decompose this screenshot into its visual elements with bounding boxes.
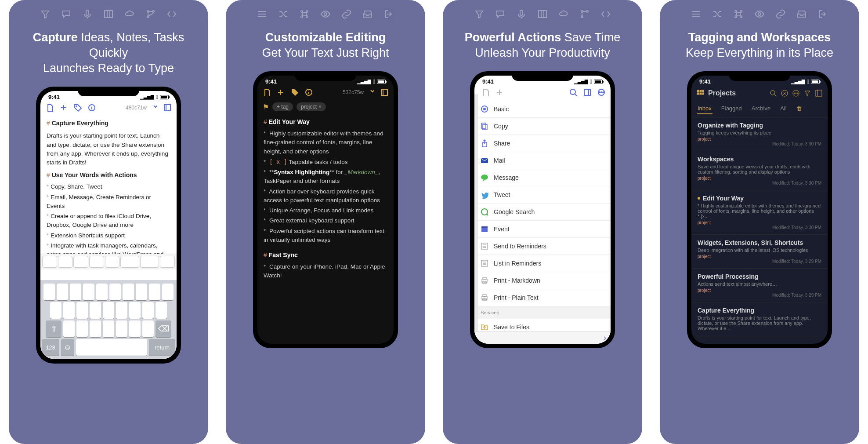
note-item[interactable]: Edit Your Way* Highly customizable edito… <box>691 190 828 235</box>
key-b[interactable]: B <box>116 320 127 337</box>
more-icon[interactable] <box>597 88 605 96</box>
svg-point-3 <box>152 11 154 12</box>
key-r[interactable]: R <box>83 284 94 300</box>
key-i[interactable]: I <box>136 284 147 300</box>
arrow-left-icon[interactable]: ← <box>89 256 104 268</box>
key-emoji[interactable]: ☺ <box>61 339 74 356</box>
action-item[interactable]: Message <box>474 169 611 186</box>
action-item[interactable]: Tweet <box>474 186 611 204</box>
chevron-down-icon[interactable] <box>153 104 157 112</box>
add-tag-button[interactable]: + tag <box>272 102 293 111</box>
flag-icon[interactable]: ⚑ <box>263 103 269 111</box>
key-space[interactable]: space <box>76 339 147 356</box>
editor-content[interactable]: # Capture Everything Drafts is your star… <box>40 119 177 268</box>
key-a[interactable]: A <box>50 302 61 319</box>
key-s[interactable]: S <box>63 302 75 319</box>
key-m[interactable]: M <box>142 320 154 337</box>
tab-flagged[interactable]: Flagged <box>720 103 743 114</box>
key-y[interactable]: Y <box>109 284 121 300</box>
document-icon[interactable] <box>46 104 54 112</box>
key-q[interactable]: Q <box>43 284 55 300</box>
tag-icon[interactable] <box>74 104 82 112</box>
key-w[interactable]: W <box>57 284 68 300</box>
key-n[interactable]: N <box>129 320 141 337</box>
key-delete[interactable]: ⌫ <box>156 320 171 337</box>
key-shift[interactable]: ⇧ <box>46 320 61 337</box>
expand-icon[interactable] <box>815 90 822 97</box>
word-right-button[interactable]: → Word <box>140 256 159 268</box>
tab-inbox[interactable]: Inbox <box>697 103 712 114</box>
chevron-right-icon[interactable]: › <box>604 333 606 342</box>
note-item[interactable]: Capture EverythingDrafts is your startin… <box>691 302 828 337</box>
key-f[interactable]: F <box>90 302 101 319</box>
undo-icon[interactable]: ↶ <box>58 256 73 268</box>
action-item[interactable]: Print - Plain Text <box>474 289 611 306</box>
info-icon[interactable] <box>305 88 313 96</box>
tag-project[interactable]: project × <box>297 102 326 111</box>
info-icon[interactable] <box>88 104 96 112</box>
action-item[interactable]: Send to Reminders <box>474 238 611 255</box>
chevron-down-icon[interactable] <box>370 88 374 96</box>
note-item[interactable]: Widgets, Extensions, Siri, ShortcutsDeep… <box>691 235 828 269</box>
tab-all[interactable]: All <box>779 103 787 114</box>
action-item[interactable]: Print - Markdown <box>474 272 611 289</box>
document-icon[interactable] <box>263 88 271 96</box>
tag-icon[interactable] <box>291 88 299 96</box>
chevron-right-icon[interactable]: › <box>42 256 57 268</box>
action-item[interactable]: Basic <box>474 101 611 118</box>
note-item[interactable]: WorkspacesSave and load unique views of … <box>691 151 828 190</box>
key-t[interactable]: T <box>96 284 108 300</box>
add-icon[interactable] <box>495 88 503 96</box>
action-item[interactable]: List in Reminders <box>474 255 611 272</box>
key-x[interactable]: X <box>76 320 88 337</box>
expand-icon[interactable] <box>163 104 171 112</box>
word-left-button[interactable]: ← Word <box>120 256 139 268</box>
add-icon[interactable] <box>60 104 68 112</box>
key-z[interactable]: Z <box>63 320 75 337</box>
key-o[interactable]: O <box>149 284 160 300</box>
word-count[interactable]: 480c71w <box>126 105 147 111</box>
note-item[interactable]: Organize with TaggingTagging keeps every… <box>691 117 828 151</box>
grid-icon[interactable] <box>697 90 704 97</box>
word-count[interactable]: 532c75w <box>343 89 364 95</box>
key-u[interactable]: U <box>123 284 134 300</box>
action-item[interactable]: Copy <box>474 118 611 135</box>
chevron-down-icon[interactable]: ⌄ <box>160 256 175 268</box>
key-p[interactable]: P <box>162 284 174 300</box>
key-g[interactable]: G <box>103 302 114 319</box>
action-item[interactable]: Mail <box>474 152 611 169</box>
key-c[interactable]: C <box>90 320 101 337</box>
expand-icon[interactable] <box>380 88 388 96</box>
key-j[interactable]: J <box>129 302 141 319</box>
tab-archive[interactable]: Archive <box>751 103 771 114</box>
add-icon[interactable] <box>277 88 285 96</box>
key-return[interactable]: return <box>149 339 175 356</box>
search-icon[interactable] <box>569 88 577 96</box>
action-item[interactable]: Google Search <box>474 204 611 221</box>
more-icon[interactable] <box>792 90 799 97</box>
redo-icon[interactable]: ↷ <box>73 256 88 268</box>
editor-content[interactable]: # Edit Your Way * Highly customizable ed… <box>257 117 394 280</box>
close-circle-icon[interactable] <box>781 90 788 97</box>
filter-icon[interactable] <box>804 90 811 97</box>
note-desc: * Highly customizable editor with themes… <box>698 203 821 219</box>
key-v[interactable]: V <box>103 320 114 337</box>
key-l[interactable]: L <box>156 302 167 319</box>
key-123[interactable]: 123 <box>42 339 59 356</box>
search-icon[interactable] <box>770 90 777 97</box>
workspace-title[interactable]: Projects <box>708 89 765 97</box>
key-h[interactable]: H <box>116 302 127 319</box>
key-d[interactable]: D <box>76 302 88 319</box>
list-icon <box>481 242 488 250</box>
action-item[interactable]: Event <box>474 221 611 238</box>
note-desc: Save and load unique views of your draft… <box>698 164 821 175</box>
collapse-icon[interactable] <box>583 88 591 96</box>
action-item[interactable]: Share <box>474 135 611 152</box>
document-icon[interactable] <box>481 88 489 96</box>
key-e[interactable]: E <box>70 284 81 300</box>
key-k[interactable]: K <box>142 302 154 319</box>
trash-icon[interactable]: 🗑 <box>796 103 803 114</box>
action-label: Print - Markdown <box>494 277 540 284</box>
arrow-right-icon[interactable]: → <box>105 256 120 268</box>
note-item[interactable]: Powerful ProcessingActions send text alm… <box>691 269 828 302</box>
